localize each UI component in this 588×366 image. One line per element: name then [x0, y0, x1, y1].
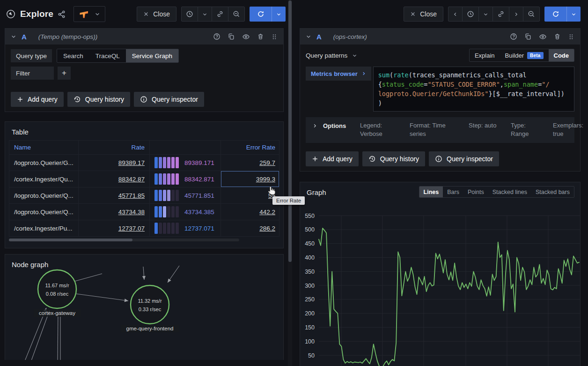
share-icon[interactable]	[58, 10, 66, 18]
query-row-header[interactable]: A (ops-cortex)	[300, 29, 580, 45]
option-step: Step: auto	[469, 121, 497, 138]
shift-time-forward-button[interactable]	[509, 7, 523, 21]
left-pane-scrollbar[interactable]	[288, 0, 292, 366]
shift-time-back-button[interactable]	[448, 7, 462, 21]
query-row-header[interactable]: A (Tempo (tempo-ops))	[5, 29, 283, 45]
disable-query-eye-icon[interactable]	[242, 33, 250, 41]
add-query-button[interactable]: Add query	[11, 92, 64, 107]
copy-icon[interactable]	[524, 33, 532, 40]
delete-query-trash-icon[interactable]	[257, 33, 264, 40]
query-row-icons	[510, 33, 574, 41]
link-button[interactable]	[492, 7, 509, 21]
table-panel-title: Table	[5, 122, 283, 140]
rate-link[interactable]: 43734.38	[118, 209, 145, 216]
cell-rate: 45771.85	[79, 187, 150, 204]
time-picker-button[interactable]	[182, 7, 198, 21]
link-button[interactable]	[212, 7, 228, 21]
close-split-button[interactable]: Close	[137, 7, 176, 22]
service-node[interactable]	[131, 285, 169, 324]
time-picker-dropdown[interactable]	[198, 7, 212, 21]
query-type-option-label: Service Graph	[132, 52, 172, 60]
close-split-button[interactable]: Close	[404, 7, 443, 22]
error-rate-link[interactable]: 259.7	[259, 159, 275, 166]
query-type-row: Query type SearchTraceQLService Graph	[11, 49, 278, 63]
add-query-button[interactable]: Add query	[306, 151, 359, 166]
left-toolbar: Explore	[0, 0, 287, 28]
zoom-out-button[interactable]	[523, 7, 539, 21]
collapse-chevron-icon[interactable]	[11, 34, 16, 39]
run-query-interval-dropdown[interactable]	[566, 7, 581, 22]
run-query-interval-dropdown[interactable]	[272, 7, 286, 22]
zoom-out-button[interactable]	[228, 7, 244, 21]
graph-style-stacked-bars[interactable]: Stacked bars	[531, 187, 574, 197]
link-icon	[216, 10, 224, 18]
close-icon	[410, 11, 416, 17]
rate-link[interactable]: 12737.07	[118, 225, 145, 232]
metrics-browser-button[interactable]: Metrics browser	[306, 67, 371, 81]
graph-style-lines[interactable]: Lines	[419, 187, 443, 197]
delete-query-trash-icon[interactable]	[554, 33, 561, 40]
column-header-name[interactable]: Name	[9, 141, 79, 155]
editor-mode-label: Explain	[475, 52, 495, 59]
error-rate-link[interactable]: 442.2	[259, 209, 275, 216]
drag-handle-icon[interactable]	[271, 33, 278, 40]
service-node[interactable]	[38, 270, 76, 308]
query-inspector-button[interactable]: Query inspector	[429, 151, 499, 166]
time-controls-group	[181, 7, 245, 22]
table-horizontal-scrollbar[interactable]	[9, 239, 239, 241]
scrollbar-thumb[interactable]	[9, 239, 132, 241]
time-picker-dropdown[interactable]	[478, 7, 492, 21]
rate-link[interactable]: 45771.85	[118, 192, 145, 199]
editor-mode-explain[interactable]: Explain	[470, 49, 500, 61]
query-history-button[interactable]: Query history	[67, 92, 130, 107]
zoom-out-icon	[233, 10, 240, 18]
editor-mode-code[interactable]: Code	[549, 49, 574, 61]
mouse-cursor-pointer	[267, 186, 276, 198]
query-type-option-traceql[interactable]: TraceQL	[89, 49, 126, 62]
column-header-rate[interactable]: Rate	[79, 141, 150, 155]
gauge-bars	[154, 157, 179, 168]
copy-icon[interactable]	[228, 33, 235, 40]
time-series-chart[interactable]: 050100150200250300350400450500550	[300, 208, 581, 366]
editor-mode-builder[interactable]: BuilderBeta	[500, 49, 549, 61]
query-type-option-search[interactable]: Search	[57, 49, 89, 62]
time-picker-button[interactable]	[462, 7, 478, 21]
error-rate-link[interactable]: 286.2	[259, 225, 275, 232]
run-query-button[interactable]	[544, 7, 566, 22]
gauge-value: 89389.171	[184, 159, 214, 166]
scrollbar-thumb[interactable]	[288, 0, 292, 262]
column-header-error-rate[interactable]: Error Rate	[221, 141, 279, 155]
clock-icon	[186, 10, 193, 18]
rate-link[interactable]: 88342.87	[118, 176, 145, 183]
datasource-picker[interactable]	[74, 6, 105, 22]
query-datasource-name: (Tempo (tempo-ops))	[38, 33, 97, 40]
run-query-button[interactable]	[250, 7, 272, 22]
help-icon[interactable]	[510, 33, 517, 40]
query-inspector-button[interactable]: Query inspector	[134, 92, 204, 107]
cell-gauge: 89389.171	[150, 155, 221, 171]
collapse-chevron-icon[interactable]	[306, 34, 311, 39]
graph-style-stacked-lines[interactable]: Stacked lines	[488, 187, 531, 197]
help-icon[interactable]	[213, 33, 220, 40]
explore-compass-icon	[6, 9, 16, 19]
zoom-out-icon	[528, 10, 535, 18]
graph-style-points[interactable]: Points	[463, 187, 488, 197]
node-stat-primary: 11.67 ms/r	[45, 283, 69, 288]
promql-query-input[interactable]: sum(rate(traces_spanmetrics_calls_total{…	[373, 67, 574, 112]
query-history-button[interactable]: Query history	[362, 151, 425, 166]
rate-link[interactable]: 89389.17	[118, 159, 145, 166]
table-row: /cortex.Ingester/Pu...12737.0712737.0712…	[9, 220, 279, 237]
options-label: Options	[323, 122, 346, 129]
options-toggle[interactable]: Options	[312, 121, 346, 129]
query-patterns-button[interactable]: Query patterns	[306, 52, 357, 59]
graph-style-bars[interactable]: Bars	[443, 187, 463, 197]
query-history-label: Query history	[85, 96, 124, 103]
disable-query-eye-icon[interactable]	[539, 33, 547, 41]
drag-handle-icon[interactable]	[568, 33, 574, 40]
add-filter-button[interactable]: +	[58, 67, 71, 80]
query-type-option-service-graph[interactable]: Service Graph	[126, 49, 178, 62]
error-rate-link[interactable]: 3999.3	[256, 176, 275, 183]
info-circle-icon	[140, 96, 147, 103]
metrics-browser-label: Metrics browser	[311, 70, 358, 77]
column-header-gauge[interactable]	[150, 141, 221, 155]
